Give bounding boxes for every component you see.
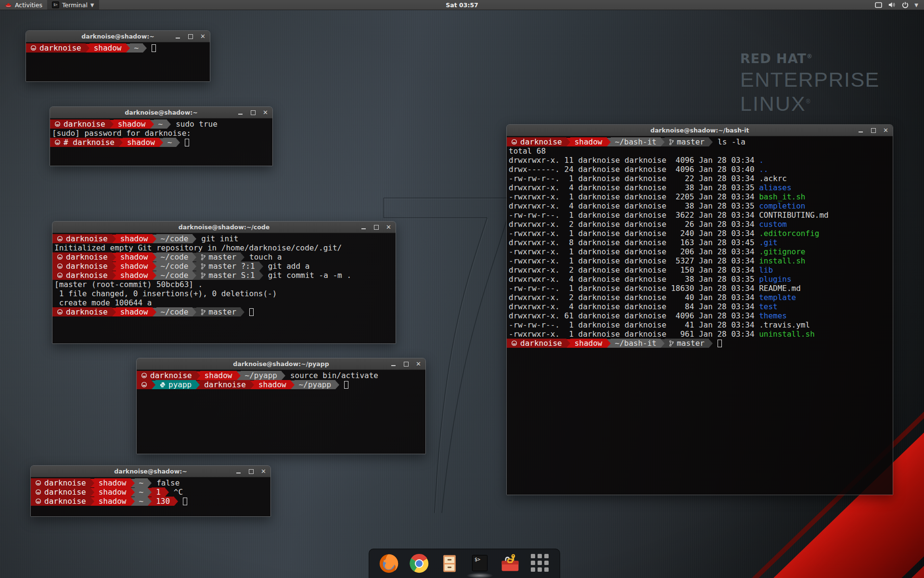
titlebar[interactable]: darknoise@shadow:~/bash-it✕	[507, 125, 893, 136]
dock-toolbox-icon[interactable]	[499, 552, 521, 575]
window-title: darknoise@shadow:~	[81, 33, 154, 40]
system-status-area[interactable]: ▼	[871, 0, 922, 10]
prompt-segment: # darknoise	[50, 138, 119, 147]
activities-label: Activities	[15, 1, 42, 9]
prompt-segment-label: ~	[139, 497, 144, 506]
titlebar[interactable]: darknoise@shadow:~✕	[31, 466, 270, 477]
prompt-segment-label: shadow	[120, 252, 148, 262]
powerline-separator	[153, 253, 156, 262]
dock-chrome-icon[interactable]	[408, 552, 430, 575]
titlebar[interactable]: darknoise@shadow:~✕	[26, 31, 210, 42]
terminal-window-code[interactable]: darknoise@shadow:~/code✕darknoiseshadow~…	[52, 221, 396, 344]
powerline-separator	[148, 479, 152, 487]
minimize-button[interactable]	[236, 469, 241, 474]
file-name: ..	[759, 165, 768, 174]
terminal-body[interactable]: darknoiseshadow~falsedarknoiseshadow~1^C…	[31, 477, 270, 516]
close-button[interactable]: ✕	[386, 224, 391, 230]
file-name: lib	[759, 265, 773, 275]
close-button[interactable]: ✕	[416, 361, 421, 367]
redhat-icon	[57, 236, 63, 242]
app-menu-terminal[interactable]: $> Terminal ▼	[47, 0, 99, 10]
prompt-segment: darknoise	[200, 380, 250, 389]
registered-mark: ®	[807, 53, 813, 60]
terminal-window-pyapp[interactable]: darknoise@shadow:~/pyapp✕darknoiseshadow…	[136, 358, 426, 454]
file-attributes: drwxrwxr-x. 2 darknoise darknoise 150 Ja…	[507, 265, 759, 275]
powerline-separator	[176, 138, 180, 147]
prompt-segment-label: darknoise	[66, 307, 108, 316]
prompt-segment-label: shadow	[120, 262, 148, 271]
close-button[interactable]: ✕	[883, 128, 888, 133]
dock-app-grid-icon[interactable]	[529, 552, 552, 575]
prompt-segment: shadow	[123, 138, 159, 147]
file-attributes: drwxrwxr-x. 4 darknoise darknoise 38 Jan…	[507, 201, 759, 210]
file-name: completion	[759, 201, 805, 210]
terminal-cursor	[718, 340, 722, 347]
terminal-body[interactable]: darknoiseshadow~sudo true[sudo] password…	[50, 118, 272, 166]
file-attributes: -rw-rw-r--. 1 darknoise darknoise 22 Jan…	[507, 174, 759, 183]
prompt-segment: shadow	[94, 487, 131, 497]
terminal-body[interactable]: darknoiseshadow~/codegit initInitialized…	[52, 233, 396, 343]
titlebar[interactable]: darknoise@shadow:~/pyapp✕	[137, 358, 425, 370]
maximize-button[interactable]	[188, 34, 193, 39]
command-text: sudo true	[176, 119, 218, 129]
terminal-body[interactable]: darknoiseshadow~/bash-itmasterls -latota…	[507, 136, 893, 495]
minimize-button[interactable]	[858, 128, 863, 133]
titlebar[interactable]: darknoise@shadow:~✕	[50, 107, 272, 118]
file-attributes: -rwxrwxr-x. 1 darknoise darknoise 2205 J…	[507, 192, 759, 201]
powerline-separator	[661, 138, 665, 146]
prompt-segment-label: shadow	[120, 234, 148, 243]
prompt-segment: ~	[135, 487, 148, 497]
prompt-segment: ~/code	[156, 271, 193, 280]
clock[interactable]: Sat 03:57	[446, 1, 478, 9]
file-name: CONTRIBUTING.md	[759, 210, 829, 220]
redhat-icon	[57, 272, 63, 278]
terminal-body[interactable]: darknoiseshadow~/pyappsource bin/activat…	[137, 370, 425, 454]
dock-files-icon[interactable]	[438, 552, 461, 575]
maximize-button[interactable]	[250, 110, 256, 115]
file-attributes: drwxrwxr-x. 4 darknoise darknoise 84 Jan…	[507, 302, 759, 311]
terminal-window-home-1[interactable]: darknoise@shadow:~✕darknoiseshadow~	[26, 30, 210, 82]
prompt-segment	[137, 380, 152, 389]
maximize-button[interactable]	[248, 469, 254, 474]
terminal-window-home-2[interactable]: darknoise@shadow:~✕darknoiseshadow~false…	[30, 465, 271, 517]
prompt-segment: ~/pyapp	[241, 371, 282, 380]
prompt-segment-label: shadow	[575, 339, 603, 348]
file-name: bash_it.sh	[759, 192, 805, 201]
close-button[interactable]: ✕	[200, 34, 205, 39]
maximize-button[interactable]	[373, 224, 379, 230]
window-buttons: ✕	[858, 125, 888, 136]
window-title: darknoise@shadow:~	[114, 468, 187, 475]
titlebar[interactable]: darknoise@shadow:~/code✕	[52, 222, 396, 233]
maximize-button[interactable]	[403, 361, 409, 367]
terminal-cursor	[185, 139, 189, 146]
minimize-button[interactable]	[238, 110, 243, 115]
file-list-row: drwxrwxr-x. 4 darknoise darknoise 38 Jan…	[507, 183, 893, 192]
prompt-segment-label: shadow	[575, 137, 603, 146]
prompt-segment: darknoise	[31, 478, 90, 487]
dock-terminal-icon[interactable]: $>	[469, 552, 491, 575]
powerline-separator	[112, 271, 116, 280]
prompt-segment: 130	[152, 497, 174, 506]
minimize-button[interactable]	[361, 224, 366, 230]
prompt-segment-label: shadow	[99, 478, 127, 487]
terminal-prompt-line: darknoiseshadow~/codemastertouch a	[52, 252, 396, 262]
powerline-separator	[119, 138, 123, 147]
prompt-segment: ~/code	[156, 307, 193, 316]
dock-firefox-icon[interactable]	[378, 552, 400, 575]
prompt-segment-label: 130	[156, 497, 170, 506]
terminal-window-sudo[interactable]: darknoise@shadow:~✕darknoiseshadow~sudo …	[50, 106, 273, 166]
minimize-button[interactable]	[175, 34, 180, 39]
terminal-window-bash-it[interactable]: darknoise@shadow:~/bash-it✕darknoiseshad…	[506, 124, 893, 495]
minimize-button[interactable]	[391, 361, 396, 367]
brand-line-redhat: RED HAT®	[740, 52, 880, 65]
maximize-button[interactable]	[871, 128, 876, 133]
terminal-body[interactable]: darknoiseshadow~	[26, 42, 210, 81]
prompt-segment: shadow	[116, 307, 153, 316]
activities-button[interactable]: Activities	[0, 0, 47, 10]
close-button[interactable]: ✕	[261, 469, 266, 474]
close-button[interactable]: ✕	[263, 110, 268, 115]
git-branch-icon	[669, 340, 674, 347]
powerline-separator	[192, 262, 196, 271]
prompt-segment: ~	[163, 138, 177, 147]
terminal-prompt-line: darknoiseshadow~/bash-itmaster	[507, 339, 893, 348]
